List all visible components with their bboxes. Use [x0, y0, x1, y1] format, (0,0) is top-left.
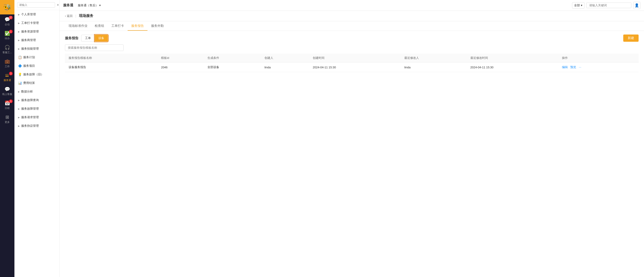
tab-label: 服务外勤	[151, 24, 164, 28]
sidebar-item-gongzuo[interactable]: 💼 工作	[0, 56, 14, 70]
tab-label: 检查组	[95, 24, 104, 28]
sidebar-item-kefu[interactable]: 🎧 客服工...	[0, 42, 14, 56]
sidebar-item-zhangaiguanli[interactable]: ▶ 服务故障管理	[14, 104, 59, 113]
sidebar-item-zhangaichaxun[interactable]: ▶ 服务故障查询	[14, 96, 59, 104]
col-create-time: 创建时间	[309, 54, 401, 62]
header-search-area: 全部 ▾ 👤	[572, 2, 640, 9]
cell-creator: linda	[261, 62, 309, 72]
richeng-badge: 5	[9, 100, 13, 103]
data-table: 服务报告模板名称 模板id 生成条件 创建人 创建时间 最近修改人 最近修改时间…	[65, 54, 638, 72]
main-content: 服务通 服务通（售后） ▾ 全部 ▾ 👤 ‹ 返回 | 现场服务	[60, 0, 644, 277]
sidebar-item-qixin[interactable]: 💬 企信 37	[0, 14, 14, 28]
cell-template-id: 2046	[158, 62, 204, 72]
sidebar-item-daiban[interactable]: ✅ 待办 1	[0, 28, 14, 42]
template-search-input[interactable]	[65, 44, 124, 51]
page-area: ‹ 返回 | 现场服务 现场标准作业 检查组 工单打卡 服务报告 服务外勤	[60, 11, 644, 277]
chevron-down-icon: ▾	[99, 4, 101, 7]
cell-condition: 全部设备	[204, 62, 261, 72]
sidebar-item-zhangai-old[interactable]: 💡 服务故障（旧）	[14, 70, 59, 79]
menu-item-label: 服务资源管理	[21, 30, 39, 34]
sidebar-item-jineng[interactable]: ▶ 服务技能管理	[14, 44, 59, 53]
preview-action[interactable]: 预览	[570, 66, 576, 69]
arrow-icon: ▶	[18, 30, 20, 33]
arrow-icon: ▶	[18, 39, 20, 42]
sidebar-item-zaixiankefu[interactable]: 💬 线上客服	[0, 84, 14, 98]
back-button[interactable]: ‹ 返回	[65, 14, 72, 18]
sidebar-item-shangjia[interactable]: ▶ 服务商管理	[14, 36, 59, 44]
sidebar-dark: 🐝 💬 企信 37 ✅ 待办 1 🎧 客服工... 💼 工作 🛎 服务通 3 💬…	[0, 0, 14, 277]
sidebar-item-ziyuan[interactable]: ▶ 服务资源管理	[14, 27, 59, 36]
report-header-row: 服务报告 工单 设备 新建	[65, 34, 638, 42]
app-title: 服务通	[63, 3, 73, 8]
menu-item-label: 服务计划	[23, 55, 35, 59]
scope-label: 全部	[574, 4, 580, 8]
header-separator: |	[75, 14, 76, 18]
sidebar-item-feiyong[interactable]: 📊 费用结算	[14, 79, 59, 87]
table-body: 设备服务报告 2046 全部设备 linda 2024-04-11 15:30 …	[65, 62, 638, 72]
menu-item-label: 数据分析	[21, 90, 33, 94]
app-logo: 🐝	[0, 0, 14, 14]
arrow-icon: ▶	[18, 108, 20, 110]
sidebar-item-label: 更多	[5, 120, 10, 124]
cell-actions: 编辑 预览 ···	[558, 62, 638, 72]
cell-name: 设备服务报告	[65, 62, 158, 72]
sub-tabs: 工单 设备	[81, 35, 108, 42]
scope-chevron-icon: ▾	[581, 4, 582, 7]
app-subtitle-label: 服务通（售后）	[78, 4, 98, 8]
sidebar-item-label: 服务通	[4, 78, 11, 82]
col-creator: 创建人	[261, 54, 309, 62]
page-title: 现场服务	[79, 14, 93, 18]
new-button[interactable]: 新建	[623, 34, 638, 42]
tab-fuwuwaiqin[interactable]: 服务外勤	[148, 21, 167, 31]
col-condition: 生成条件	[204, 54, 261, 62]
sidebar-item-label: 待办	[5, 37, 10, 40]
sidebar-item-label: 线上客服	[2, 92, 12, 96]
menu-item-label: 服务协议管理	[21, 124, 39, 128]
app-dropdown[interactable]: 服务通（售后） ▾	[76, 2, 102, 8]
back-label: 返回	[67, 14, 72, 18]
tab-biaozhunzuoye[interactable]: 现场标准作业	[65, 21, 91, 31]
zhangai-old-icon: 💡	[18, 73, 22, 76]
tabs-bar: 现场标准作业 检查组 工单打卡 服务报告 服务外勤	[60, 21, 644, 31]
menu-item-label: 服务商管理	[21, 38, 36, 42]
sidebar-item-jihua[interactable]: 📋 服务计划	[14, 53, 59, 62]
sidebar-item-fuwutong[interactable]: 🛎 服务通 3	[0, 70, 14, 84]
menu-item-label: 工单打卡管理	[21, 21, 39, 25]
sub-tab-shebei[interactable]: 设备	[95, 35, 108, 42]
menu-item-label: 服务项目	[23, 64, 35, 68]
sidebar-search-input[interactable]	[17, 2, 55, 8]
sidebar-add-button[interactable]: +	[57, 3, 59, 7]
sidebar-white: + ▶ 个人库管理 ▶ 工单打卡管理 ▶ 服务资源管理 ▶ 服务商管理 ▶ 服务…	[14, 0, 60, 277]
sidebar-item-richeng[interactable]: 📅 日程 5	[0, 98, 14, 112]
tab-gongdandaka[interactable]: 工单打卡	[108, 21, 128, 31]
sub-tab-gongdan[interactable]: 工单	[81, 35, 95, 42]
scope-select[interactable]: 全部 ▾	[572, 2, 584, 8]
sidebar-item-qiuguanli[interactable]: ▶ 服务请求管理	[14, 113, 59, 122]
menu-item-label: 服务故障（旧）	[23, 72, 44, 76]
arrow-icon: ▶	[18, 125, 20, 127]
menu-item-label: 服务故障查询	[21, 98, 39, 102]
more-action[interactable]: ···	[579, 66, 581, 69]
fuwutong-badge: 3	[9, 72, 13, 75]
menu-item-label: 费用结算	[23, 81, 35, 85]
header-search-input[interactable]	[586, 2, 631, 8]
user-avatar[interactable]: 👤	[633, 2, 640, 9]
sidebar-item-xiangmu[interactable]: 🔷 服务项目	[14, 62, 59, 70]
edit-action[interactable]: 编辑	[562, 66, 568, 69]
table-header: 服务报告模板名称 模板id 生成条件 创建人 创建时间 最近修改人 最近修改时间…	[65, 54, 638, 62]
feiyong-icon: 📊	[18, 81, 22, 85]
search-bar	[65, 44, 638, 51]
arrow-icon: ▶	[18, 90, 20, 93]
tab-jianchachu[interactable]: 检查组	[91, 21, 108, 31]
sidebar-item-gongdandaka[interactable]: ▶ 工单打卡管理	[14, 19, 59, 27]
col-template-id: 模板id	[158, 54, 204, 62]
sidebar-item-gerenkuguanli[interactable]: ▶ 个人库管理	[14, 10, 59, 19]
sidebar-item-gengduo[interactable]: ⊞ 更多	[0, 112, 14, 126]
sidebar-item-label: 工作	[5, 65, 10, 68]
sidebar-item-shuju[interactable]: ▶ 数据分析	[14, 87, 59, 96]
sidebar-item-label: 日程	[5, 106, 10, 110]
top-header: 服务通 服务通（售后） ▾ 全部 ▾ 👤	[60, 0, 644, 11]
sidebar-item-xieyiguanli[interactable]: ▶ 服务协议管理	[14, 122, 59, 130]
gengduo-icon: ⊞	[6, 114, 9, 120]
tab-fuwubaogao[interactable]: 服务报告	[128, 21, 148, 31]
